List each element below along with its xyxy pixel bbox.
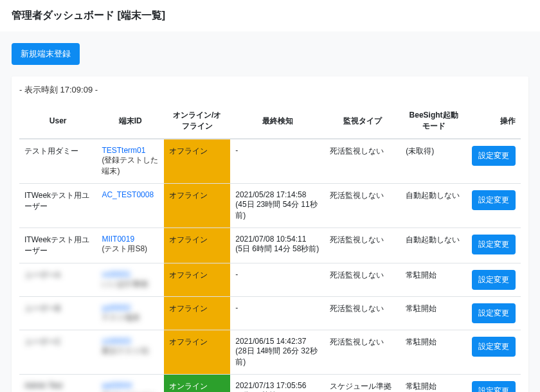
terminal-list-card: - 表示時刻 17:09:09 - User 端末ID オンライン/オフライン …	[12, 76, 528, 392]
cell-monitor-type: 死活監視しない	[325, 139, 401, 184]
change-settings-button[interactable]: 設定変更	[472, 190, 516, 210]
cell-terminal-id: zz00003東京テスト01	[96, 330, 164, 375]
col-header-monitor-type: 監視タイプ	[325, 103, 401, 139]
cell-action: 設定変更	[467, 330, 521, 375]
cell-user: ユーザーC	[19, 330, 96, 375]
cell-status: オフライン	[164, 297, 230, 330]
change-settings-button[interactable]: 設定変更	[472, 303, 516, 323]
last-seen-main: 2021/05/28 17:14:58	[235, 190, 320, 199]
terminal-id-link[interactable]: AC_TEST0008	[102, 190, 154, 199]
col-header-action: 操作	[467, 103, 521, 139]
cell-terminal-id: aa00004オペレーション01	[96, 375, 164, 393]
cell-action: 設定変更	[467, 263, 521, 297]
cell-terminal-id: TESTterm01(登録テストした端末)	[96, 139, 164, 184]
cell-last-seen: 2021/05/28 17:14:58(45日 23時間 54分 11秒前)	[230, 184, 325, 228]
cell-action: 設定変更	[467, 375, 521, 393]
cell-beesight-mode: 常駐開始	[401, 375, 467, 393]
cell-user: ITWeekテスト用ユーザー	[19, 228, 96, 263]
last-seen-sub: (45日 23時間 54分 11秒前)	[235, 199, 320, 221]
cell-user: ユーザーA	[19, 263, 96, 297]
page-header: 管理者ダッシュボード [端末一覧]	[0, 0, 540, 31]
cell-user: ITWeekテスト用ユーザー	[19, 184, 96, 228]
cell-status: オンライン(17:09:00)	[164, 375, 230, 393]
last-seen-main: 2021/07/08 10:54:11	[235, 235, 320, 244]
cell-status: オフライン	[164, 139, 230, 184]
change-settings-button[interactable]: 設定変更	[472, 270, 516, 290]
col-header-last-seen: 最終検知	[230, 103, 325, 139]
cell-last-seen: -	[230, 263, 325, 297]
col-header-user: User	[19, 103, 96, 139]
table-row: テスト用ダミーTESTterm01(登録テストした端末)オフライン-死活監視しな…	[19, 139, 521, 184]
cell-action: 設定変更	[467, 297, 521, 330]
cell-status: オフライン	[164, 228, 230, 263]
cell-terminal-id: xx00001いいぼす事例	[96, 263, 164, 297]
monitor-type-label: 死活監視しない	[330, 270, 395, 281]
user-label: テスト用ダミー	[24, 147, 78, 156]
main-content: 新規端末登録 - 表示時刻 17:09:09 - User 端末ID オンライン…	[0, 31, 540, 392]
table-row: ユーザーByy00002テスト端末オフライン-死活監視しない常駐開始設定変更	[19, 297, 521, 330]
terminal-id-link[interactable]: TESTterm01	[102, 146, 145, 155]
table-row: ITWeekテスト用ユーザーAC_TEST0008オフライン2021/05/28…	[19, 184, 521, 228]
last-seen-sub: (5日 6時間 14分 58秒前)	[235, 244, 320, 254]
change-settings-button[interactable]: 設定変更	[472, 235, 516, 254]
col-header-terminal-id: 端末ID	[96, 103, 164, 139]
last-seen-sub: (28日 14時間 26分 32秒前)	[235, 346, 320, 368]
cell-status: オフライン	[164, 184, 230, 228]
cell-terminal-id: AC_TEST0008	[96, 184, 164, 228]
cell-status: オフライン	[164, 263, 230, 297]
page-title: 管理者ダッシュボード [端末一覧]	[12, 9, 528, 22]
cell-monitor-type: 死活監視しない	[325, 184, 401, 228]
user-label: ITWeekテスト用ユーザー	[24, 235, 89, 255]
register-terminal-button[interactable]: 新規端末登録	[12, 43, 80, 65]
cell-last-seen: -	[230, 139, 325, 184]
cell-monitor-type: 死活監視しない	[325, 297, 401, 330]
display-time-label: - 表示時刻 17:09:09 -	[19, 84, 521, 96]
terminal-sub-label: 東京テスト01	[102, 346, 159, 357]
cell-user: Admin Test	[19, 375, 96, 393]
terminal-sub-label: (登録テストした端末)	[102, 155, 159, 177]
user-label: ユーザーB	[24, 304, 60, 313]
monitor-type-label: 死活監視しない	[330, 235, 395, 245]
col-header-beesight-mode: BeeSight起動モード	[401, 103, 467, 139]
terminal-id-link[interactable]: MIIT0019	[102, 235, 134, 244]
table-row: ITWeekテスト用ユーザーMIIT0019(テスト用S8)オフライン2021/…	[19, 228, 521, 263]
change-settings-button[interactable]: 設定変更	[472, 337, 516, 357]
cell-beesight-mode: (未取得)	[401, 139, 467, 184]
last-seen-main: -	[235, 303, 320, 312]
cell-monitor-type: 死活監視しない	[325, 263, 401, 297]
register-row: 新規端末登録	[12, 43, 528, 65]
cell-action: 設定変更	[467, 228, 521, 263]
terminal-sub-label: (テスト用S8)	[102, 244, 159, 254]
cell-beesight-mode: 自動起動しない	[401, 228, 467, 263]
cell-beesight-mode: 常駐開始	[401, 263, 467, 297]
terminal-id-link[interactable]: aa00004	[102, 381, 132, 390]
cell-last-seen: 2021/07/13 17:05:56(3分 13秒前)	[230, 375, 325, 393]
change-settings-button[interactable]: 設定変更	[472, 146, 516, 166]
terminal-sub-label: テスト端末	[102, 312, 159, 323]
cell-beesight-mode: 常駐開始	[401, 297, 467, 330]
change-settings-button[interactable]: 設定変更	[472, 381, 516, 392]
monitor-type-label: 死活監視しない	[330, 337, 395, 348]
terminal-sub-label: いいぼす事例	[102, 279, 159, 290]
cell-monitor-type: 死活監視しない	[325, 228, 401, 263]
cell-status: オフライン	[164, 330, 230, 375]
terminal-id-link[interactable]: xx00001	[102, 270, 130, 279]
user-label: ユーザーC	[24, 337, 61, 346]
monitor-type-label: 死活監視しない	[330, 303, 395, 314]
table-row: Admin Testaa00004オペレーション01オンライン(17:09:00…	[19, 375, 521, 393]
user-label: ITWeekテスト用ユーザー	[24, 191, 89, 211]
cell-action: 設定変更	[467, 184, 521, 228]
cell-monitor-type: 死活監視しない	[325, 330, 401, 375]
cell-last-seen: 2021/06/15 14:42:37(28日 14時間 26分 32秒前)	[230, 330, 325, 375]
cell-user: ユーザーB	[19, 297, 96, 330]
col-header-status: オンライン/オフライン	[164, 103, 230, 139]
monitor-type-label: スケジュール準拠	[330, 381, 395, 392]
cell-beesight-mode: 常駐開始	[401, 330, 467, 375]
cell-user: テスト用ダミー	[19, 139, 96, 184]
last-seen-main: -	[235, 146, 320, 155]
cell-last-seen: -	[230, 297, 325, 330]
terminal-id-link[interactable]: zz00003	[102, 337, 130, 346]
cell-beesight-mode: 自動起動しない	[401, 184, 467, 228]
terminal-id-link[interactable]: yy00002	[102, 303, 130, 312]
terminal-table: User 端末ID オンライン/オフライン 最終検知 監視タイプ BeeSigh…	[19, 103, 521, 392]
